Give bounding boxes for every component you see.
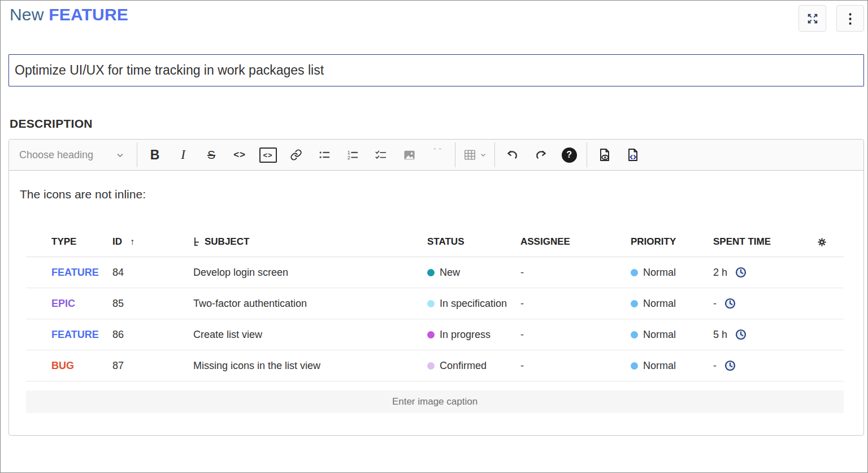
spent-time-cell: 5 h	[713, 319, 817, 350]
status-dot	[427, 269, 435, 276]
id-cell: 86	[112, 319, 193, 350]
status-dot	[427, 331, 435, 339]
clock-icon	[735, 267, 747, 278]
status-dot	[427, 300, 435, 307]
header-actions: ⋮	[798, 5, 864, 32]
heading-dropdown[interactable]: Choose heading	[19, 149, 133, 161]
column-header-priority: PRIORITY	[631, 224, 713, 257]
toolbar-divider	[137, 142, 137, 167]
hierarchy-icon	[193, 237, 200, 246]
table-row: EPIC 85 Two-factor authentication In spe…	[26, 288, 844, 319]
page-header: New FEATURE ⋮	[1, 1, 867, 32]
column-header-assignee: ASSIGNEE	[520, 224, 631, 257]
page-title: New FEATURE	[10, 5, 128, 24]
svg-text:2: 2	[348, 155, 350, 160]
table-icon	[463, 149, 476, 161]
status-cell: In progress	[427, 319, 520, 350]
priority-dot	[631, 362, 638, 370]
column-header-spent-time: SPENT TIME	[713, 224, 817, 257]
editor-content-area[interactable]: The icons are not inline: TYPE ID↑	[9, 171, 863, 413]
image-icon	[403, 149, 416, 162]
assignee-cell: -	[520, 350, 631, 381]
preview-icon	[597, 147, 612, 162]
strikethrough-button[interactable]: S	[197, 143, 225, 167]
work-package-new-page: { "page": { "title_prefix": "New ", "tit…	[0, 0, 868, 473]
priority-cell: Normal	[631, 288, 713, 319]
source-code-icon	[626, 147, 640, 162]
code-block-button[interactable]: <>	[254, 143, 282, 167]
spent-time-cell: 2 h	[713, 257, 817, 288]
editor-paragraph: The icons are not inline:	[20, 188, 863, 201]
insert-image-button[interactable]	[395, 143, 423, 167]
column-settings-header	[817, 224, 844, 257]
priority-dot	[631, 269, 638, 276]
page-title-prefix: New	[10, 5, 49, 24]
block-quote-button[interactable]: “	[423, 143, 452, 167]
embedded-image-widget[interactable]: TYPE ID↑ SUBJECT	[26, 224, 844, 413]
column-header-type: TYPE	[26, 224, 112, 257]
priority-cell: Normal	[631, 319, 713, 350]
column-header-status: STATUS	[427, 224, 520, 257]
kebab-menu-icon: ⋮	[844, 12, 857, 25]
toolbar-divider	[587, 142, 587, 167]
todo-list-icon	[375, 149, 387, 161]
sort-asc-icon: ↑	[130, 237, 134, 246]
more-menu-button[interactable]: ⋮	[836, 5, 864, 32]
column-header-id: ID↑	[112, 224, 193, 257]
insert-table-button[interactable]	[459, 143, 491, 167]
table-header-row: TYPE ID↑ SUBJECT	[26, 224, 844, 257]
column-header-subject: SUBJECT	[193, 224, 427, 257]
assignee-cell: -	[520, 288, 631, 319]
numbered-list-button[interactable]: 1 2	[338, 143, 367, 167]
subject-cell: Two-factor authentication	[193, 288, 427, 319]
link-icon	[290, 149, 302, 161]
gear-icon	[817, 237, 844, 247]
type-cell: FEATURE	[26, 257, 112, 288]
id-cell: 84	[112, 257, 193, 288]
clock-icon	[735, 329, 747, 340]
image-caption-placeholder: Enter image caption	[392, 396, 478, 407]
fullscreen-button[interactable]	[798, 5, 826, 32]
todo-list-button[interactable]	[367, 143, 395, 167]
bold-button[interactable]: B	[141, 143, 169, 167]
description-label: DESCRIPTION	[10, 117, 867, 131]
bulleted-list-icon	[318, 149, 331, 161]
assignee-cell: -	[520, 319, 631, 350]
quote-icon: “	[432, 149, 443, 161]
inline-code-icon: <>	[233, 149, 246, 160]
redo-icon	[534, 148, 548, 162]
table-row: FEATURE 84 Develop login screen New - No…	[26, 257, 844, 288]
undo-button[interactable]	[498, 143, 527, 167]
assignee-cell: -	[520, 257, 631, 288]
bulleted-list-button[interactable]	[310, 143, 338, 167]
work-packages-table-image: TYPE ID↑ SUBJECT	[26, 224, 844, 381]
status-cell: In specification	[427, 288, 520, 319]
priority-cell: Normal	[631, 350, 713, 381]
id-cell: 87	[112, 350, 193, 381]
italic-button[interactable]: I	[169, 143, 197, 167]
status-cell: New	[427, 257, 520, 288]
heading-dropdown-label: Choose heading	[19, 149, 93, 161]
image-caption-field[interactable]: Enter image caption	[26, 390, 844, 413]
toolbar-divider	[494, 142, 495, 167]
inline-code-button[interactable]: <>	[225, 143, 254, 167]
show-source-button[interactable]	[619, 143, 647, 167]
chevron-down-icon	[116, 151, 124, 159]
clock-icon	[724, 298, 736, 309]
subject-cell: Missing icons in the list view	[193, 350, 427, 381]
help-button[interactable]: ?	[555, 143, 583, 167]
clock-icon	[724, 360, 736, 371]
expand-arrows-icon	[806, 12, 819, 25]
link-button[interactable]	[282, 143, 310, 167]
work-package-subject-input[interactable]	[8, 54, 864, 86]
id-cell: 85	[112, 288, 193, 319]
type-cell: BUG	[26, 350, 112, 381]
editor-toolbar: Choose heading B I S <> <>	[9, 140, 863, 171]
subject-cell: Create list view	[193, 319, 427, 350]
preview-button[interactable]	[591, 143, 619, 167]
bold-icon: B	[150, 147, 160, 163]
status-cell: Confirmed	[427, 350, 520, 381]
undo-icon	[506, 148, 519, 162]
redo-button[interactable]	[527, 143, 555, 167]
table-row: BUG 87 Missing icons in the list view Co…	[26, 350, 844, 381]
